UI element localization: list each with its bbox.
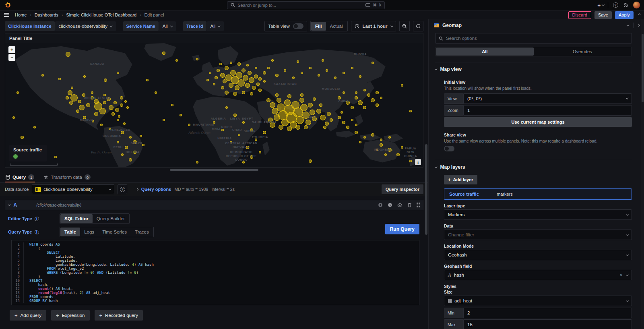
eye-icon[interactable] bbox=[397, 203, 402, 207]
map-marker bbox=[409, 160, 412, 162]
map-marker bbox=[109, 105, 114, 110]
map-view-section-header[interactable]: Map view bbox=[435, 66, 632, 72]
panel-title[interactable]: Panel Title bbox=[5, 33, 423, 43]
map-marker bbox=[388, 136, 391, 139]
layer-type-select[interactable]: Markers bbox=[444, 209, 632, 220]
sql-editor[interactable]: 1WITH coords AS2 (3 SELECT4 Latitude,5 L… bbox=[11, 240, 419, 305]
clear-icon[interactable]: × bbox=[620, 273, 622, 277]
trash-icon[interactable] bbox=[407, 203, 412, 207]
query-options[interactable]: Query options MD = auto = 1909 Interval … bbox=[136, 187, 235, 192]
location-mode-select[interactable]: Geohash bbox=[444, 250, 632, 260]
expression-button[interactable]: +Expression bbox=[51, 310, 89, 321]
layer-name: Source traffic bbox=[449, 192, 479, 197]
query-inspector-button[interactable]: Query Inspector bbox=[382, 184, 423, 194]
drag-handle-icon[interactable] bbox=[417, 203, 420, 207]
map-layers-section-header[interactable]: Map layers bbox=[435, 164, 632, 170]
query-type-table[interactable]: Table bbox=[60, 228, 80, 236]
zoom-input[interactable]: 1 bbox=[463, 105, 632, 116]
options-scrollbar[interactable] bbox=[641, 19, 644, 329]
size-field-select[interactable]: adj_heat bbox=[444, 296, 632, 306]
history-icon[interactable] bbox=[388, 203, 392, 207]
map-canvas[interactable]: RUSSIACANADAUNITED STATESMEXICOVENEZUELA… bbox=[5, 43, 423, 167]
query-type-traces[interactable]: Traces bbox=[131, 228, 153, 236]
chevron-down-icon bbox=[109, 187, 111, 190]
time-range-picker[interactable]: Last 1 hour bbox=[351, 21, 396, 31]
variable-value-service-name[interactable]: All bbox=[159, 21, 176, 31]
chevron-down-icon[interactable] bbox=[627, 23, 629, 26]
breadcrumb-home[interactable]: Home bbox=[15, 12, 27, 17]
options-search-input[interactable] bbox=[446, 36, 628, 41]
add-query-label: Add query bbox=[21, 313, 41, 318]
query-ref-id: A bbox=[14, 202, 17, 208]
grafana-logo-icon[interactable] bbox=[4, 2, 11, 9]
search-input[interactable] bbox=[237, 3, 363, 8]
table-view-toggle[interactable]: Table view bbox=[264, 21, 307, 31]
geohash-field-select[interactable]: A hash × bbox=[444, 270, 632, 280]
view-select[interactable]: (0°, 0°) bbox=[463, 93, 632, 104]
help-button[interactable]: ? bbox=[612, 2, 619, 8]
datasource-picker[interactable]: clickhouse-observability bbox=[32, 184, 114, 194]
map-marker bbox=[343, 72, 345, 74]
query-header[interactable]: A (clickhouse-observability) bbox=[5, 200, 423, 210]
query-options-link[interactable]: Query options bbox=[141, 187, 171, 192]
zoom-out-time-button[interactable] bbox=[399, 21, 410, 31]
add-query-button[interactable]: +Add query bbox=[10, 310, 46, 321]
variable-value-trace-id[interactable]: All bbox=[207, 21, 224, 31]
query-type-time-series[interactable]: Time Series bbox=[98, 228, 131, 236]
options-search[interactable] bbox=[435, 33, 632, 43]
breadcrumb-dashboards[interactable]: Dashboards bbox=[35, 12, 58, 17]
map-marker bbox=[76, 110, 79, 113]
left-scrollbar-thumb[interactable] bbox=[425, 144, 427, 235]
tab-overrides[interactable]: Overrides bbox=[534, 48, 632, 56]
map-zoom-out-button[interactable]: − bbox=[8, 54, 15, 61]
recorded-query-button[interactable]: +Recorded query bbox=[95, 310, 143, 321]
fill-option[interactable]: Fill bbox=[311, 22, 326, 31]
breadcrumb-dashboard-name[interactable]: Simple ClickHouse OTel Dashboard bbox=[66, 12, 136, 17]
toggle-off-icon[interactable] bbox=[293, 23, 303, 29]
data-select[interactable]: Change filter bbox=[444, 230, 632, 240]
map-marker bbox=[346, 126, 349, 129]
min-input[interactable]: 2 bbox=[463, 308, 632, 318]
options-scrollbar-thumb[interactable] bbox=[642, 34, 644, 102]
map-attribution-button[interactable]: i bbox=[415, 159, 421, 165]
max-value: 15 bbox=[467, 322, 473, 327]
chevron-down-icon bbox=[626, 233, 628, 235]
discard-button[interactable]: Discard bbox=[568, 11, 591, 19]
apply-button[interactable]: Apply bbox=[615, 11, 634, 19]
menu-toggle-icon[interactable] bbox=[4, 13, 9, 17]
tab-transform-data[interactable]: Transform data 0 bbox=[43, 173, 91, 182]
collapse-query-icon[interactable] bbox=[8, 203, 10, 205]
save-button[interactable]: Save bbox=[594, 11, 612, 19]
tab-all[interactable]: All bbox=[436, 48, 534, 56]
run-query-button[interactable]: Run Query bbox=[385, 224, 419, 234]
collapse-header-icon[interactable] bbox=[638, 14, 640, 16]
map-marker bbox=[94, 112, 98, 116]
query-options-meta: MD = auto = 1909 bbox=[174, 187, 208, 192]
map-zoom-in-button[interactable]: + bbox=[8, 46, 15, 53]
map-marker bbox=[230, 62, 232, 64]
duplicate-icon[interactable] bbox=[378, 203, 383, 207]
tab-query[interactable]: Query 1 bbox=[5, 173, 35, 182]
legend-color-dot bbox=[13, 154, 18, 159]
share-view-toggle[interactable] bbox=[444, 146, 454, 151]
editor-type-query-builder[interactable]: Query Builder bbox=[93, 214, 129, 223]
editor-type-sql-editor[interactable]: SQL Editor bbox=[60, 214, 93, 223]
news-button[interactable] bbox=[623, 2, 629, 8]
visualization-name[interactable]: Geomap bbox=[442, 23, 462, 28]
add-layer-button[interactable]: +Add layer bbox=[444, 175, 477, 184]
user-avatar[interactable] bbox=[633, 2, 640, 8]
datasource-help-button[interactable]: ? bbox=[118, 184, 127, 194]
refresh-button[interactable] bbox=[413, 21, 423, 31]
panel-resize-handle[interactable] bbox=[170, 169, 258, 171]
variable-value-clickhouse-instance[interactable]: clickhouse-observability bbox=[55, 21, 116, 31]
add-menu-button[interactable]: + bbox=[597, 2, 604, 8]
query-type-logs[interactable]: Logs bbox=[80, 228, 98, 236]
use-current-map-settings-button[interactable]: Use current map settings bbox=[444, 117, 632, 127]
layer-card-source-traffic[interactable]: Source traffic markers bbox=[444, 188, 632, 200]
max-input[interactable]: 15 bbox=[463, 319, 632, 329]
chevron-down-icon bbox=[110, 24, 112, 27]
collapse-pane-icon[interactable] bbox=[637, 24, 640, 27]
search-bar[interactable]: ⌘+k bbox=[227, 1, 385, 9]
actual-option[interactable]: Actual bbox=[326, 22, 347, 31]
map-label: LIBYA bbox=[230, 117, 240, 120]
